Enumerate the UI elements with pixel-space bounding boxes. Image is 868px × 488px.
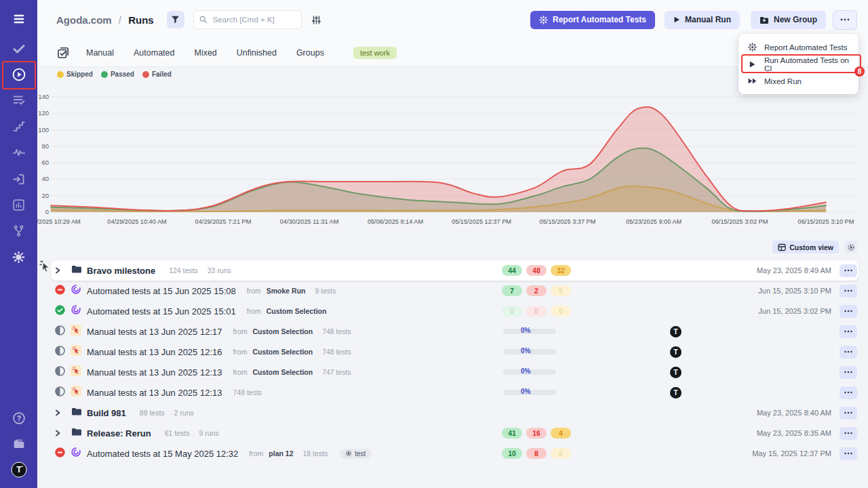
chevron-right-icon[interactable] <box>55 267 60 274</box>
report-automated-tests-button[interactable]: Report Automated Tests <box>530 11 655 29</box>
row-meta: 747 tests <box>322 368 351 376</box>
sidebar-item-plans-list-icon[interactable] <box>0 92 37 108</box>
run-row[interactable]: Manual tests at 13 Jun 2025 12:13fromCus… <box>51 362 859 382</box>
skipped-count-badge: 0 <box>551 285 571 296</box>
svg-text:05/15/2025 3:37 PM: 05/15/2025 3:37 PM <box>540 218 596 225</box>
legend-item-passed[interactable]: Passed <box>101 70 134 78</box>
row-main: Build 98188 tests2 runs <box>55 407 194 419</box>
tab-mixed[interactable]: Mixed <box>194 48 216 58</box>
svg-text:04/30/2025 11:31 AM: 04/30/2025 11:31 AM <box>280 218 339 225</box>
sidebar-item-tests-check-icon[interactable] <box>0 41 37 57</box>
progress-bar: 0% <box>503 390 556 395</box>
row-main: Automated tests at 15 Jun 2025 15:08from… <box>55 284 336 298</box>
select-runs-button[interactable] <box>57 47 69 59</box>
run-row[interactable]: Automated tests at 15 Jun 2025 15:01from… <box>51 301 859 321</box>
sidebar: ? T <box>0 0 37 488</box>
row-more-button[interactable] <box>840 447 857 460</box>
legend-label: Passed <box>111 70 134 78</box>
legend-item-skipped[interactable]: Skipped <box>57 70 93 78</box>
progress-label: 0% <box>521 367 530 375</box>
adjustments-button[interactable] <box>311 15 321 25</box>
gear-icon <box>847 243 855 251</box>
row-meta: 61 tests <box>165 429 190 437</box>
run-source: Custom Selection <box>267 307 327 315</box>
row-more-button[interactable] <box>840 305 857 318</box>
legend-item-failed[interactable]: Failed <box>142 70 172 78</box>
tab-automated[interactable]: Automated <box>134 48 174 58</box>
chevron-right-icon[interactable] <box>55 430 60 436</box>
manual-run-label: Manual Run <box>685 15 731 24</box>
sidebar-item-analytics-icon[interactable] <box>0 197 37 213</box>
row-main: Automated tests at 15 Jun 2025 15:01from… <box>55 304 326 318</box>
status-failed-icon <box>55 285 65 298</box>
row-meta: 748 tests <box>322 327 351 336</box>
row-main: Manual tests at 13 Jun 2025 12:13fromCus… <box>55 365 351 379</box>
row-more-button[interactable] <box>840 346 857 359</box>
menu-item-label: Run Automated Tests on CI <box>764 56 859 73</box>
passed-count-badge: 7 <box>502 285 522 296</box>
row-more-button[interactable] <box>840 366 857 379</box>
breadcrumb-project[interactable]: Agoda.com <box>56 14 112 26</box>
menu-item-mixed-run[interactable]: Mixed Run <box>738 73 859 89</box>
row-more-button[interactable] <box>840 264 857 277</box>
more-actions-button[interactable] <box>833 10 857 30</box>
sidebar-item-projects-folder-icon[interactable] <box>0 436 37 452</box>
run-row[interactable]: Manual tests at 13 Jun 2025 12:16fromCus… <box>51 342 859 362</box>
run-row[interactable]: Automated tests at 15 Jun 2025 15:08from… <box>51 281 859 301</box>
tag-pill[interactable]: test <box>340 449 371 459</box>
chevron-right-icon[interactable] <box>55 409 60 416</box>
group-row[interactable]: Bravo milestone124 tests33 runs444832May… <box>51 260 859 281</box>
tab-manual[interactable]: Manual <box>86 48 114 58</box>
search-input[interactable] <box>212 15 296 24</box>
row-meta: 748 tests <box>322 348 351 356</box>
row-meta: 33 runs <box>208 266 231 274</box>
sidebar-item-import-icon[interactable] <box>0 171 37 187</box>
filter-button[interactable] <box>167 11 184 28</box>
group-title: Bravo milestone <box>87 266 155 276</box>
svg-text:80: 80 <box>41 142 49 150</box>
annotation-badge: 8 <box>854 66 865 77</box>
legend-dot <box>57 71 64 78</box>
sidebar-item-pulse-icon[interactable] <box>0 144 37 161</box>
progress-bar: 0% <box>503 349 556 354</box>
row-more-button[interactable] <box>840 325 857 338</box>
row-more-button[interactable] <box>840 427 857 440</box>
menu-hamburger-icon[interactable] <box>0 11 37 27</box>
row-more-button[interactable] <box>840 407 857 420</box>
sidebar-item-branch-icon[interactable] <box>0 222 37 239</box>
custom-view-button[interactable]: Custom view <box>772 241 839 253</box>
view-settings-button[interactable] <box>844 241 857 253</box>
menu-item-report-automated-tests[interactable]: Report Automated Tests <box>738 39 859 56</box>
actions-dropdown-menu: Report Automated Tests Run Automated Tes… <box>738 34 859 94</box>
assignee-avatar: T <box>670 387 682 399</box>
svg-text:40: 40 <box>41 175 49 182</box>
svg-text:06/15/2025 3:10 PM: 06/15/2025 3:10 PM <box>798 218 854 225</box>
manual-run-button[interactable]: Manual Run <box>665 11 740 29</box>
tab-groups[interactable]: Groups <box>296 48 324 58</box>
double-play-icon <box>747 78 757 84</box>
tab-unfinished[interactable]: Unfinished <box>237 48 277 58</box>
new-group-button[interactable]: New Group <box>751 11 826 29</box>
run-row[interactable]: Automated tests at 15 May 2025 12:32from… <box>51 443 859 464</box>
sidebar-item-settings-gear-icon[interactable] <box>0 249 37 265</box>
svg-text:05/15/2025 12:37 PM: 05/15/2025 12:37 PM <box>452 218 511 225</box>
run-row[interactable]: Manual tests at 13 Jun 2025 12:13748 tes… <box>51 382 859 403</box>
menu-item-run-automated-tests-on-ci[interactable]: Run Automated Tests on CI <box>738 56 859 73</box>
run-date: May 15, 2025 12:37 PM <box>752 449 831 458</box>
group-row[interactable]: Build 98188 tests2 runsMay 23, 2025 8:40… <box>51 403 859 423</box>
run-title: Automated tests at 15 Jun 2025 15:01 <box>87 306 236 317</box>
filter-tag-test-work[interactable]: test work <box>353 47 397 59</box>
row-meta: 2 runs <box>174 409 194 417</box>
group-row[interactable]: Release: Rerun61 tests9 runs41164May 23,… <box>51 423 859 443</box>
automated-run-icon <box>71 447 81 460</box>
sidebar-item-help-icon[interactable]: ? <box>0 410 37 426</box>
row-more-button[interactable] <box>840 386 857 399</box>
sidebar-item-steps-icon[interactable] <box>0 119 37 135</box>
passed-count-badge: 0 <box>502 306 522 317</box>
sidebar-item-runs-play-icon[interactable] <box>0 66 37 83</box>
view-bar: Custom view <box>772 241 857 253</box>
row-more-button[interactable] <box>840 285 857 298</box>
workspace-avatar[interactable]: T <box>0 462 37 478</box>
run-row[interactable]: Manual tests at 13 Jun 2025 12:17fromCus… <box>51 321 859 342</box>
run-date: May 23, 2025 8:40 AM <box>757 409 831 417</box>
